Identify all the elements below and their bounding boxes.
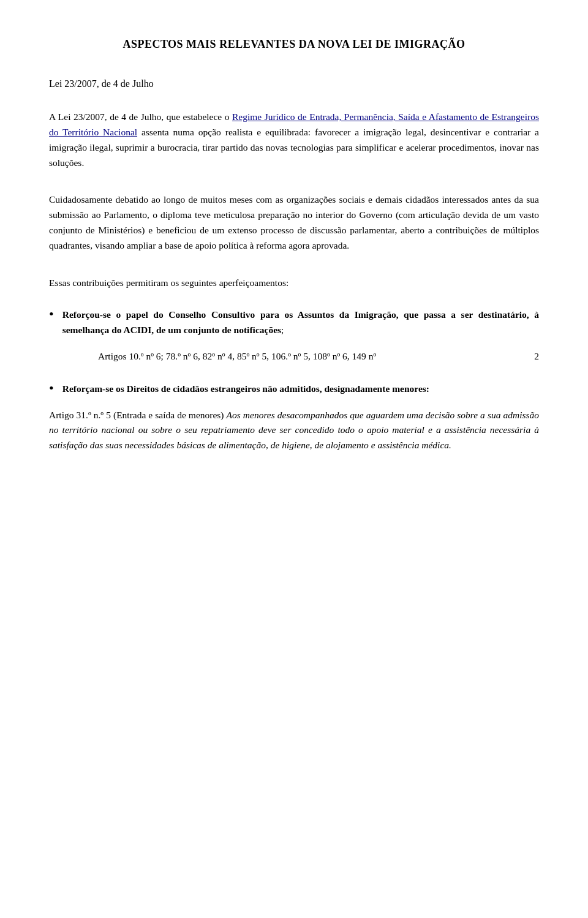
bullet-item-1: • Reforçou-se o papel do Conselho Consul… — [49, 307, 539, 338]
bullet2-article-paragraph: Artigo 31.º n.º 5 (Entrada e saída de me… — [49, 408, 539, 453]
bullet-dot-2: • — [49, 380, 54, 396]
bullet2-article-ref: Artigo 31.º n.º 5 (Entrada e saída de me… — [49, 410, 224, 420]
bullet-section-2: • Reforçam-se os Direitos de cidadãos es… — [49, 382, 539, 453]
bullet-text-2: Reforçam-se os Direitos de cidadãos estr… — [62, 382, 539, 397]
bullet-section-1: • Reforçou-se o papel do Conselho Consul… — [49, 307, 539, 364]
bullet1-articles: Artigos 10.º nº 6; 78.º nº 6, 82º nº 4, … — [98, 349, 539, 364]
bullet-dot-1: • — [49, 306, 54, 322]
paragraph-debate: Cuidadosamente debatido ao longo de muit… — [49, 192, 539, 253]
bullet2-bold-text: Reforçam-se os Direitos de cidadãos estr… — [62, 383, 429, 394]
paragraph-contributions: Essas contribuições permitiram os seguin… — [49, 276, 539, 291]
bullet-text-1: Reforçou-se o papel do Conselho Consulti… — [62, 307, 539, 338]
law-reference: Lei 23/2007, de 4 de Julho — [49, 77, 539, 91]
bullet1-end-text: ; — [281, 325, 284, 335]
page-title: ASPECTOS MAIS RELEVANTES DA NOVA LEI DE … — [49, 37, 539, 52]
bullet1-bold-text: Reforçou-se o papel do Conselho Consulti… — [62, 309, 539, 335]
bullet-item-2: • Reforçam-se os Direitos de cidadãos es… — [49, 382, 539, 397]
intro-text-start: A Lei 23/2007, de 4 de Julho, que estabe… — [49, 111, 232, 122]
intro-paragraph: A Lei 23/2007, de 4 de Julho, que estabe… — [49, 110, 539, 170]
bullet1-articles-number: 2 — [534, 349, 539, 364]
bullet1-articles-text: Artigos 10.º nº 6; 78.º nº 6, 82º nº 4, … — [98, 349, 524, 364]
page: ASPECTOS MAIS RELEVANTES DA NOVA LEI DE … — [0, 0, 588, 918]
